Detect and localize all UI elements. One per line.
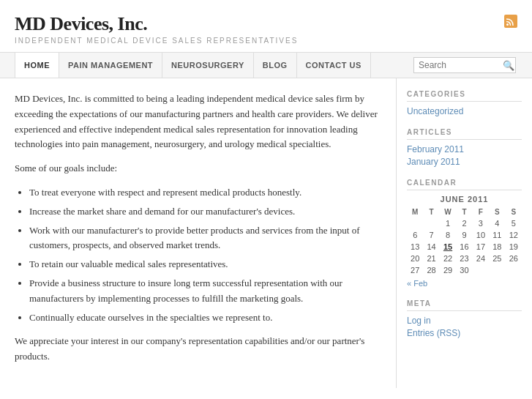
cal-day-s1: S xyxy=(489,206,505,217)
cal-date[interactable]: 23 xyxy=(456,253,472,264)
cal-date[interactable]: 8 xyxy=(440,229,456,241)
cal-date[interactable]: 6 xyxy=(407,229,423,241)
site-subtitle: INDEPENDENT MEDICAL DEVICE SALES REPRESE… xyxy=(15,37,517,45)
goal-item-2: Increase the market share and demand for… xyxy=(29,204,381,220)
calendar-heading: CALENDAR xyxy=(407,179,522,190)
cal-date[interactable]: 7 xyxy=(423,229,439,241)
cal-date[interactable]: 16 xyxy=(456,241,472,253)
calendar-title: JUNE 2011 xyxy=(407,195,522,206)
cal-date[interactable]: 21 xyxy=(423,253,439,264)
cal-date[interactable]: 20 xyxy=(407,253,423,264)
cal-date[interactable]: 14 xyxy=(423,241,439,253)
categories-section: CATEGORIES Uncategorized xyxy=(407,90,522,116)
cal-date[interactable]: 29 xyxy=(440,264,456,276)
goal-item-3: Work with our manufacturer's to provide … xyxy=(29,223,381,254)
sidebar: CATEGORIES Uncategorized ARTICLES Februa… xyxy=(397,78,532,388)
cal-date[interactable]: 24 xyxy=(473,253,489,264)
page-content: MD Devices, Inc. is committed to being a… xyxy=(0,78,397,388)
nav-item-pain-management[interactable]: PAIN MANAGEMENT xyxy=(59,53,162,78)
goal-item-6: Continually educate ourselves in the spe… xyxy=(29,310,381,326)
cal-date xyxy=(473,264,489,276)
calendar-nav: « Feb xyxy=(407,279,522,288)
meta-section: META Log in Entries (RSS) xyxy=(407,299,522,338)
meta-login[interactable]: Log in xyxy=(407,316,522,326)
cal-day-m: M xyxy=(407,206,423,217)
cal-date[interactable]: 17 xyxy=(473,241,489,253)
cal-date xyxy=(407,217,423,229)
cal-date[interactable]: 5 xyxy=(506,217,522,229)
cal-date[interactable]: 12 xyxy=(506,229,522,241)
cal-date xyxy=(506,264,522,276)
cal-day-t1: T xyxy=(423,206,439,217)
goal-item-1: To treat everyone with respect and repre… xyxy=(29,185,381,201)
meta-rss[interactable]: Entries (RSS) xyxy=(407,328,522,338)
cal-date[interactable]: 9 xyxy=(456,229,472,241)
articles-heading: ARTICLES xyxy=(407,128,522,140)
cal-date[interactable]: 13 xyxy=(407,241,423,253)
cal-date[interactable]: 3 xyxy=(473,217,489,229)
category-uncategorized[interactable]: Uncategorized xyxy=(407,106,522,116)
cal-date[interactable]: 4 xyxy=(489,217,505,229)
articles-section: ARTICLES February 2011 January 2011 xyxy=(407,128,522,167)
calendar-table: M T W T F S S 12345678910111213141516171… xyxy=(407,206,522,276)
meta-heading: META xyxy=(407,299,522,311)
categories-heading: CATEGORIES xyxy=(407,90,522,102)
cal-date[interactable]: 19 xyxy=(506,241,522,253)
site-title: MD Devices, Inc. xyxy=(15,13,517,35)
intro-paragraph: MD Devices, Inc. is committed to being a… xyxy=(15,92,381,152)
closing-paragraph: We appreciate your interest in our compa… xyxy=(15,334,381,365)
cal-day-f: F xyxy=(473,206,489,217)
cal-date[interactable]: 1 xyxy=(440,217,456,229)
goals-list: To treat everyone with respect and repre… xyxy=(29,185,381,325)
cal-date[interactable]: 18 xyxy=(489,241,505,253)
cal-date xyxy=(423,217,439,229)
nav-item-contact[interactable]: CONTACT US xyxy=(297,53,371,78)
rss-icon[interactable] xyxy=(504,15,517,28)
cal-day-w: W xyxy=(440,206,456,217)
cal-date[interactable]: 26 xyxy=(506,253,522,264)
main-nav: HOME PAIN MANAGEMENT NEUROSURGERY BLOG C… xyxy=(0,53,532,78)
nav-item-home[interactable]: HOME xyxy=(15,53,59,78)
cal-date[interactable]: 27 xyxy=(407,264,423,276)
cal-date[interactable]: 28 xyxy=(423,264,439,276)
goal-item-4: To retain our valuable medical sales rep… xyxy=(29,257,381,272)
calendar-section: CALENDAR JUNE 2011 M T W T F S S xyxy=(407,179,522,288)
cal-date[interactable]: 22 xyxy=(440,253,456,264)
cal-day-s2: S xyxy=(506,206,522,217)
search-area: 🔍 xyxy=(413,53,517,78)
cal-date xyxy=(489,264,505,276)
search-button[interactable]: 🔍 xyxy=(500,60,517,71)
cal-date[interactable]: 25 xyxy=(489,253,505,264)
goal-item-5: Provide a business structure to insure l… xyxy=(29,276,381,307)
main-content: MD Devices, Inc. is committed to being a… xyxy=(0,78,532,388)
cal-prev[interactable]: « Feb xyxy=(407,279,427,288)
cal-date[interactable]: 2 xyxy=(456,217,472,229)
goals-intro: Some of our goals include: xyxy=(15,161,381,176)
svg-rect-0 xyxy=(504,15,517,28)
svg-point-1 xyxy=(506,23,509,26)
cal-date[interactable]: 15 xyxy=(440,241,456,253)
site-header: MD Devices, Inc. INDEPENDENT MEDICAL DEV… xyxy=(0,0,532,53)
nav-item-blog[interactable]: BLOG xyxy=(254,53,297,78)
cal-date[interactable]: 10 xyxy=(473,229,489,241)
cal-date[interactable]: 11 xyxy=(489,229,505,241)
article-feb-2011[interactable]: February 2011 xyxy=(407,144,522,154)
nav-item-neurosurgery[interactable]: NEUROSURGERY xyxy=(162,53,254,78)
cal-date[interactable]: 30 xyxy=(456,264,472,276)
article-jan-2011[interactable]: January 2011 xyxy=(407,157,522,167)
cal-day-t2: T xyxy=(456,206,472,217)
